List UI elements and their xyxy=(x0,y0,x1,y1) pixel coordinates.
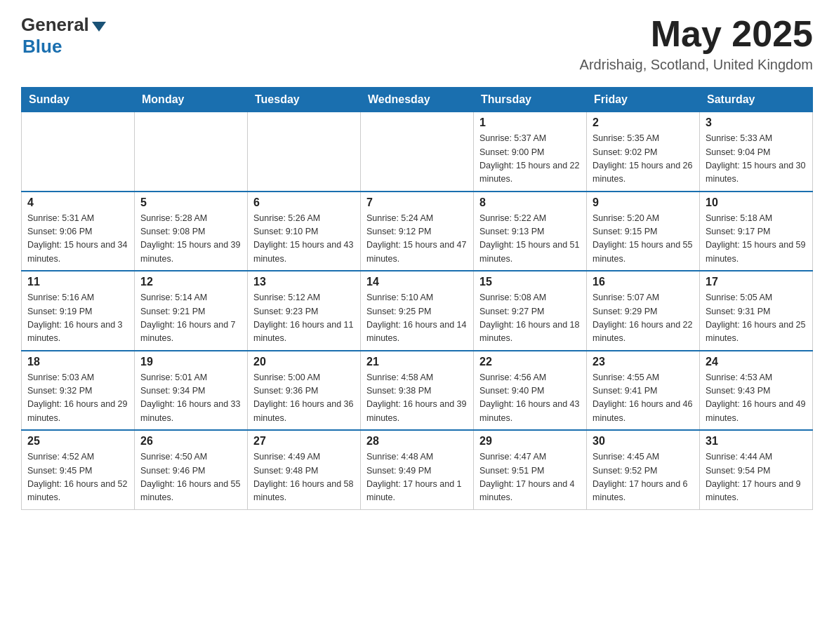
calendar-cell: 25Sunrise: 4:52 AM Sunset: 9:45 PM Dayli… xyxy=(22,430,135,509)
day-info: Sunrise: 5:12 AM Sunset: 9:23 PM Dayligh… xyxy=(253,291,355,346)
day-info: Sunrise: 5:05 AM Sunset: 9:31 PM Dayligh… xyxy=(706,291,807,346)
day-number: 24 xyxy=(706,356,807,368)
calendar-cell: 28Sunrise: 4:48 AM Sunset: 9:49 PM Dayli… xyxy=(361,430,474,509)
day-info: Sunrise: 5:20 AM Sunset: 9:15 PM Dayligh… xyxy=(593,212,694,267)
day-number: 20 xyxy=(253,356,355,368)
calendar-cell: 23Sunrise: 4:55 AM Sunset: 9:41 PM Dayli… xyxy=(587,351,700,431)
day-info: Sunrise: 5:35 AM Sunset: 9:02 PM Dayligh… xyxy=(593,132,694,187)
calendar-header-tuesday: Tuesday xyxy=(248,88,361,112)
calendar-week-row: 11Sunrise: 5:16 AM Sunset: 9:19 PM Dayli… xyxy=(22,271,813,351)
calendar-cell: 22Sunrise: 4:56 AM Sunset: 9:40 PM Dayli… xyxy=(474,351,587,431)
day-number: 25 xyxy=(27,435,128,448)
calendar-cell xyxy=(135,112,248,192)
calendar-header-saturday: Saturday xyxy=(700,88,813,112)
logo: General Blue xyxy=(21,14,106,58)
calendar-table: SundayMondayTuesdayWednesdayThursdayFrid… xyxy=(21,87,813,510)
day-info: Sunrise: 5:14 AM Sunset: 9:21 PM Dayligh… xyxy=(140,291,241,346)
day-number: 15 xyxy=(479,276,581,288)
day-info: Sunrise: 5:10 AM Sunset: 9:25 PM Dayligh… xyxy=(366,291,468,346)
calendar-cell: 2Sunrise: 5:35 AM Sunset: 9:02 PM Daylig… xyxy=(587,112,700,192)
calendar-cell: 7Sunrise: 5:24 AM Sunset: 9:12 PM Daylig… xyxy=(361,192,474,271)
day-number: 6 xyxy=(253,196,355,209)
day-info: Sunrise: 4:50 AM Sunset: 9:46 PM Dayligh… xyxy=(140,450,241,505)
day-info: Sunrise: 4:56 AM Sunset: 9:40 PM Dayligh… xyxy=(479,371,581,426)
day-number: 5 xyxy=(140,196,241,209)
logo-blue-text: Blue xyxy=(22,36,62,58)
day-number: 4 xyxy=(27,196,128,209)
day-number: 16 xyxy=(593,276,694,288)
calendar-cell: 19Sunrise: 5:01 AM Sunset: 9:34 PM Dayli… xyxy=(135,351,248,431)
day-number: 11 xyxy=(27,276,128,288)
day-number: 28 xyxy=(366,435,468,448)
day-info: Sunrise: 4:52 AM Sunset: 9:45 PM Dayligh… xyxy=(27,450,128,505)
month-title: May 2025 xyxy=(580,14,813,54)
day-number: 10 xyxy=(706,196,807,209)
calendar-week-row: 25Sunrise: 4:52 AM Sunset: 9:45 PM Dayli… xyxy=(22,430,813,509)
day-info: Sunrise: 5:08 AM Sunset: 9:27 PM Dayligh… xyxy=(479,291,581,346)
day-number: 17 xyxy=(706,276,807,288)
calendar-cell: 17Sunrise: 5:05 AM Sunset: 9:31 PM Dayli… xyxy=(700,271,813,351)
day-number: 21 xyxy=(366,356,468,368)
day-info: Sunrise: 5:31 AM Sunset: 9:06 PM Dayligh… xyxy=(27,212,128,267)
calendar-cell xyxy=(248,112,361,192)
calendar-cell: 24Sunrise: 4:53 AM Sunset: 9:43 PM Dayli… xyxy=(700,351,813,431)
day-number: 14 xyxy=(366,276,468,288)
calendar-cell: 8Sunrise: 5:22 AM Sunset: 9:13 PM Daylig… xyxy=(474,192,587,271)
day-number: 2 xyxy=(593,116,694,129)
calendar-week-row: 1Sunrise: 5:37 AM Sunset: 9:00 PM Daylig… xyxy=(22,112,813,192)
day-number: 19 xyxy=(140,356,241,368)
logo-general-label: General xyxy=(21,14,89,36)
calendar-cell: 27Sunrise: 4:49 AM Sunset: 9:48 PM Dayli… xyxy=(248,430,361,509)
calendar-cell: 15Sunrise: 5:08 AM Sunset: 9:27 PM Dayli… xyxy=(474,271,587,351)
day-number: 29 xyxy=(479,435,581,448)
day-info: Sunrise: 4:45 AM Sunset: 9:52 PM Dayligh… xyxy=(593,450,694,505)
calendar-week-row: 4Sunrise: 5:31 AM Sunset: 9:06 PM Daylig… xyxy=(22,192,813,271)
calendar-cell: 26Sunrise: 4:50 AM Sunset: 9:46 PM Dayli… xyxy=(135,430,248,509)
calendar-header-friday: Friday xyxy=(587,88,700,112)
day-info: Sunrise: 5:24 AM Sunset: 9:12 PM Dayligh… xyxy=(366,212,468,267)
day-info: Sunrise: 5:18 AM Sunset: 9:17 PM Dayligh… xyxy=(706,212,807,267)
calendar-cell: 20Sunrise: 5:00 AM Sunset: 9:36 PM Dayli… xyxy=(248,351,361,431)
day-info: Sunrise: 4:48 AM Sunset: 9:49 PM Dayligh… xyxy=(366,450,468,505)
day-info: Sunrise: 4:47 AM Sunset: 9:51 PM Dayligh… xyxy=(479,450,581,505)
page-header: General Blue May 2025 Ardrishaig, Scotla… xyxy=(21,14,813,73)
day-info: Sunrise: 5:28 AM Sunset: 9:08 PM Dayligh… xyxy=(140,212,241,267)
day-info: Sunrise: 5:00 AM Sunset: 9:36 PM Dayligh… xyxy=(253,371,355,426)
day-info: Sunrise: 4:53 AM Sunset: 9:43 PM Dayligh… xyxy=(706,371,807,426)
day-number: 1 xyxy=(479,116,581,129)
calendar-cell: 1Sunrise: 5:37 AM Sunset: 9:00 PM Daylig… xyxy=(474,112,587,192)
day-number: 13 xyxy=(253,276,355,288)
calendar-cell: 30Sunrise: 4:45 AM Sunset: 9:52 PM Dayli… xyxy=(587,430,700,509)
day-info: Sunrise: 5:01 AM Sunset: 9:34 PM Dayligh… xyxy=(140,371,241,426)
day-number: 27 xyxy=(253,435,355,448)
calendar-cell: 6Sunrise: 5:26 AM Sunset: 9:10 PM Daylig… xyxy=(248,192,361,271)
calendar-cell: 13Sunrise: 5:12 AM Sunset: 9:23 PM Dayli… xyxy=(248,271,361,351)
calendar-header-monday: Monday xyxy=(135,88,248,112)
day-number: 26 xyxy=(140,435,241,448)
calendar-header-wednesday: Wednesday xyxy=(361,88,474,112)
calendar-cell: 21Sunrise: 4:58 AM Sunset: 9:38 PM Dayli… xyxy=(361,351,474,431)
title-block: May 2025 Ardrishaig, Scotland, United Ki… xyxy=(580,14,813,73)
day-info: Sunrise: 5:07 AM Sunset: 9:29 PM Dayligh… xyxy=(593,291,694,346)
day-info: Sunrise: 5:22 AM Sunset: 9:13 PM Dayligh… xyxy=(479,212,581,267)
calendar-cell: 16Sunrise: 5:07 AM Sunset: 9:29 PM Dayli… xyxy=(587,271,700,351)
day-info: Sunrise: 4:49 AM Sunset: 9:48 PM Dayligh… xyxy=(253,450,355,505)
calendar-cell: 18Sunrise: 5:03 AM Sunset: 9:32 PM Dayli… xyxy=(22,351,135,431)
day-number: 23 xyxy=(593,356,694,368)
day-info: Sunrise: 5:03 AM Sunset: 9:32 PM Dayligh… xyxy=(27,371,128,426)
day-number: 22 xyxy=(479,356,581,368)
calendar-cell: 12Sunrise: 5:14 AM Sunset: 9:21 PM Dayli… xyxy=(135,271,248,351)
location-text: Ardrishaig, Scotland, United Kingdom xyxy=(580,57,813,73)
day-info: Sunrise: 4:58 AM Sunset: 9:38 PM Dayligh… xyxy=(366,371,468,426)
day-number: 9 xyxy=(593,196,694,209)
calendar-header-sunday: Sunday xyxy=(22,88,135,112)
logo-general-text: General xyxy=(21,14,106,36)
day-info: Sunrise: 4:44 AM Sunset: 9:54 PM Dayligh… xyxy=(706,450,807,505)
day-info: Sunrise: 4:55 AM Sunset: 9:41 PM Dayligh… xyxy=(593,371,694,426)
calendar-week-row: 18Sunrise: 5:03 AM Sunset: 9:32 PM Dayli… xyxy=(22,351,813,431)
calendar-cell xyxy=(22,112,135,192)
day-number: 12 xyxy=(140,276,241,288)
day-number: 7 xyxy=(366,196,468,209)
calendar-cell: 9Sunrise: 5:20 AM Sunset: 9:15 PM Daylig… xyxy=(587,192,700,271)
calendar-cell: 31Sunrise: 4:44 AM Sunset: 9:54 PM Dayli… xyxy=(700,430,813,509)
